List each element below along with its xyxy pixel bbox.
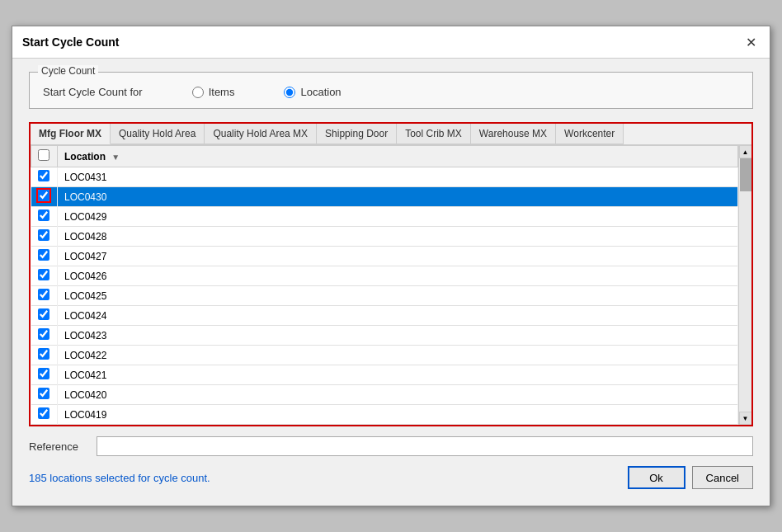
cancel-button[interactable]: Cancel xyxy=(692,466,753,489)
row-checkbox[interactable] xyxy=(38,368,49,379)
row-checkbox[interactable] xyxy=(38,249,49,261)
cycle-count-groupbox: Cycle Count Start Cycle Count for Items … xyxy=(29,72,753,109)
table-row[interactable]: LOC0421 xyxy=(31,365,738,385)
table-row[interactable]: LOC0427 xyxy=(31,247,738,266)
start-cycle-count-label: Start Cycle Count for xyxy=(43,86,143,98)
row-checkbox[interactable] xyxy=(38,328,49,340)
reference-row: Reference xyxy=(29,436,753,456)
row-location: LOC0430 xyxy=(58,187,738,207)
row-checkbox-cell[interactable] xyxy=(31,365,58,385)
radio-items-text: Items xyxy=(209,86,235,98)
table-row[interactable]: LOC0424 xyxy=(31,306,738,326)
radio-items-label[interactable]: Items xyxy=(192,86,235,98)
row-location: LOC0428 xyxy=(58,227,738,247)
row-checkbox-cell[interactable] xyxy=(31,326,58,346)
row-checkbox-cell[interactable] xyxy=(31,167,58,187)
scrollbar[interactable]: ▲ ▼ xyxy=(738,145,751,425)
close-button[interactable]: ✕ xyxy=(742,33,760,51)
row-checkbox-cell[interactable] xyxy=(31,405,58,425)
row-checkbox[interactable] xyxy=(38,289,49,300)
table-row[interactable]: LOC0429 xyxy=(31,207,738,227)
table-row[interactable]: LOC0428 xyxy=(31,227,738,247)
dialog: Start Cycle Count ✕ Cycle Count Start Cy… xyxy=(12,26,770,506)
radio-location-text: Location xyxy=(300,86,341,98)
row-checkbox-cell[interactable] xyxy=(31,247,58,266)
header-checkbox-cell[interactable] xyxy=(31,146,58,167)
row-location: LOC0419 xyxy=(58,405,738,425)
table-row[interactable]: LOC0426 xyxy=(31,266,738,286)
tab-content: Location ▼ LOC0431LOC0430LOC0429LOC0428L… xyxy=(31,145,751,425)
tab-mfg-floor-mx[interactable]: Mfg Floor MX xyxy=(31,124,111,144)
table-row[interactable]: LOC0430 xyxy=(31,187,738,207)
row-checkbox[interactable] xyxy=(38,229,49,241)
row-location: LOC0424 xyxy=(58,306,738,326)
dialog-body: Cycle Count Start Cycle Count for Items … xyxy=(12,59,770,506)
reference-label: Reference xyxy=(29,440,87,453)
tab-shipping-door[interactable]: Shipping Door xyxy=(317,124,397,144)
row-checkbox-cell[interactable] xyxy=(31,286,58,306)
row-checkbox[interactable] xyxy=(38,308,49,320)
row-checkbox-cell[interactable] xyxy=(31,266,58,286)
row-location: LOC0427 xyxy=(58,247,738,266)
row-checkbox[interactable] xyxy=(38,190,49,201)
radio-items[interactable] xyxy=(192,87,204,98)
row-checkbox-cell[interactable] xyxy=(31,187,58,207)
row-checkbox-cell[interactable] xyxy=(31,207,58,227)
scroll-down-arrow[interactable]: ▼ xyxy=(739,412,752,425)
row-location: LOC0421 xyxy=(58,365,738,385)
grid-container[interactable]: Location ▼ LOC0431LOC0430LOC0429LOC0428L… xyxy=(31,145,738,425)
title-bar: Start Cycle Count ✕ xyxy=(12,26,770,59)
table-row[interactable]: LOC0422 xyxy=(31,346,738,365)
dialog-title: Start Cycle Count xyxy=(22,35,119,49)
row-location: LOC0423 xyxy=(58,326,738,346)
table-row[interactable]: LOC0425 xyxy=(31,286,738,306)
row-checkbox[interactable] xyxy=(38,210,49,221)
tab-warehouse-mx[interactable]: Warehouse MX xyxy=(471,124,556,144)
row-checkbox[interactable] xyxy=(38,170,49,181)
row-checkbox-cell[interactable] xyxy=(31,227,58,247)
row-checkbox-cell[interactable] xyxy=(31,306,58,326)
row-location: LOC0420 xyxy=(58,385,738,405)
footer: 185 locations selected for cycle count. … xyxy=(29,466,753,492)
tab-bar: Mfg Floor MX Quality Hold Area Quality H… xyxy=(31,124,751,145)
filter-icon[interactable]: ▼ xyxy=(111,153,120,162)
radio-location[interactable] xyxy=(284,87,295,98)
scroll-thumb[interactable] xyxy=(740,158,751,191)
table-row[interactable]: LOC0423 xyxy=(31,326,738,346)
tabs-section: Mfg Floor MX Quality Hold Area Quality H… xyxy=(29,122,753,426)
ok-button[interactable]: Ok xyxy=(628,466,685,489)
row-location: LOC0431 xyxy=(58,167,738,187)
row-location: LOC0422 xyxy=(58,346,738,365)
row-location: LOC0429 xyxy=(58,207,738,227)
tab-quality-hold-area-mx[interactable]: Quality Hold Area MX xyxy=(205,124,317,144)
scroll-up-arrow[interactable]: ▲ xyxy=(739,145,752,158)
row-location: LOC0426 xyxy=(58,266,738,286)
row-checkbox[interactable] xyxy=(38,269,49,280)
scroll-track[interactable] xyxy=(739,158,751,412)
tab-quality-hold-area[interactable]: Quality Hold Area xyxy=(111,124,205,144)
header-location: Location ▼ xyxy=(58,146,738,167)
tab-tool-crib-mx[interactable]: Tool Crib MX xyxy=(397,124,471,144)
row-checkbox-cell[interactable] xyxy=(31,346,58,365)
row-checkbox-cell[interactable] xyxy=(31,385,58,405)
table-row[interactable]: LOC0420 xyxy=(31,385,738,405)
table-row[interactable]: LOC0419 xyxy=(31,405,738,425)
row-checkbox[interactable] xyxy=(38,388,49,399)
button-row: Ok Cancel xyxy=(628,466,753,489)
select-all-checkbox[interactable] xyxy=(38,149,49,161)
grid-table: Location ▼ LOC0431LOC0430LOC0429LOC0428L… xyxy=(31,145,738,425)
radio-row: Start Cycle Count for Items Location xyxy=(43,86,739,98)
tab-workcenter[interactable]: Workcenter xyxy=(556,124,624,144)
row-checkbox[interactable] xyxy=(38,407,49,419)
status-text: 185 locations selected for cycle count. xyxy=(29,472,210,484)
reference-input[interactable] xyxy=(97,436,753,456)
radio-location-label[interactable]: Location xyxy=(284,86,341,98)
row-checkbox[interactable] xyxy=(38,348,49,360)
groupbox-label: Cycle Count xyxy=(38,65,98,77)
table-row[interactable]: LOC0431 xyxy=(31,167,738,187)
row-location: LOC0425 xyxy=(58,286,738,306)
